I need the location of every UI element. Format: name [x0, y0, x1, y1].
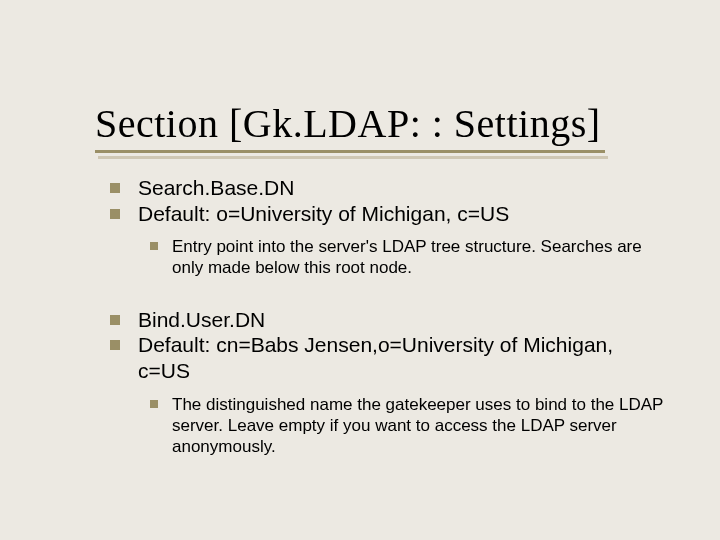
list-item: Search.Base.DN	[110, 175, 670, 201]
slide-title: Section [Gk.LDAP: : Settings]	[95, 100, 601, 147]
square-bullet-icon	[110, 340, 120, 350]
list-item-text: Bind.User.DN	[138, 307, 265, 333]
list-item: Bind.User.DN	[110, 307, 670, 333]
list-item: Default: o=University of Michigan, c=US	[110, 201, 670, 227]
square-bullet-icon	[110, 315, 120, 325]
slide: Section [Gk.LDAP: : Settings] Search.Bas…	[0, 0, 720, 540]
square-bullet-icon	[110, 209, 120, 219]
title-underline	[95, 150, 605, 153]
title-underline-shadow	[98, 156, 608, 159]
list-item-text: Search.Base.DN	[138, 175, 294, 201]
sub-list-item: Entry point into the server's LDAP tree …	[150, 236, 670, 279]
square-bullet-icon	[150, 242, 158, 250]
sub-list-item-text: The distinguished name the gatekeeper us…	[172, 394, 670, 458]
square-bullet-icon	[110, 183, 120, 193]
list-item-text: Default: o=University of Michigan, c=US	[138, 201, 509, 227]
sub-list-item-text: Entry point into the server's LDAP tree …	[172, 236, 670, 279]
list-item: Default: cn=Babs Jensen,o=University of …	[110, 332, 670, 383]
square-bullet-icon	[150, 400, 158, 408]
sub-list-item: The distinguished name the gatekeeper us…	[150, 394, 670, 458]
slide-body: Search.Base.DN Default: o=University of …	[110, 175, 670, 457]
list-item-text: Default: cn=Babs Jensen,o=University of …	[138, 332, 670, 383]
